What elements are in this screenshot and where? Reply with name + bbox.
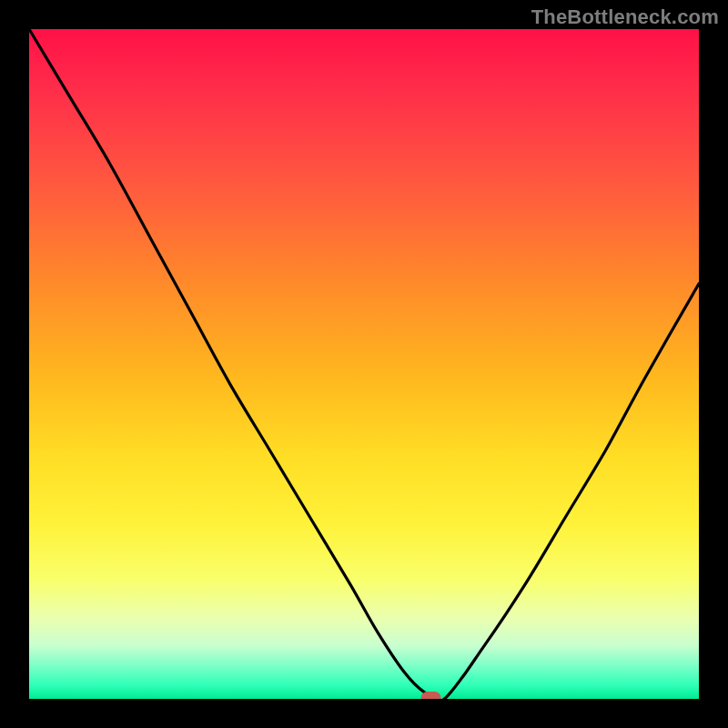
watermark-text: TheBottleneck.com [531,5,719,29]
bottleneck-curve [29,29,699,699]
curve-path [29,29,699,699]
plot-area [29,29,699,699]
chart-frame: TheBottleneck.com [0,0,728,728]
minimum-marker [421,692,441,699]
